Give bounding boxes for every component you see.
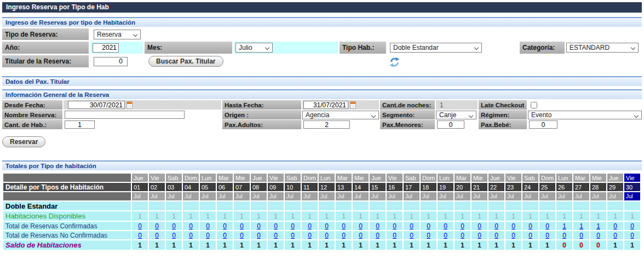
confirmed-count-link[interactable]: 1 (579, 222, 583, 230)
buscar-pax-titular-button[interactable]: Buscar Pax. Titular (148, 56, 223, 67)
month-cell: Jul (505, 192, 521, 200)
segmento-select[interactable]: Canje (436, 111, 476, 119)
regimen-select[interactable]: Evento (528, 111, 642, 119)
day-number-cell: 25 (539, 183, 555, 191)
unconfirmed-count-link[interactable]: 0 (528, 232, 532, 239)
confirmed-count-link[interactable]: 0 (359, 222, 363, 230)
room-type-row: Doble Estandar (3, 202, 640, 210)
nombre-reserva-input[interactable] (65, 111, 185, 119)
unconfirmed-count-link[interactable]: 0 (444, 232, 447, 239)
unconfirmed-count-link[interactable]: 0 (172, 232, 176, 239)
confirmed-count-link[interactable]: 0 (393, 222, 396, 230)
confirmed-count-link[interactable]: 0 (461, 222, 464, 230)
confirmed-count-link[interactable]: 0 (528, 222, 532, 230)
confirmed-count-link[interactable]: 0 (308, 222, 312, 230)
unconfirmed-count-link[interactable]: 0 (613, 232, 617, 239)
unconfirmed-count-link[interactable]: 0 (257, 232, 261, 239)
unconfirmed-count-link[interactable]: 0 (461, 232, 464, 239)
confirmed-count-link[interactable]: 0 (155, 222, 159, 230)
unconfirmed-count-link[interactable]: 0 (274, 232, 278, 239)
unconfirmed-count-link[interactable]: 0 (596, 232, 600, 239)
room-type-spacer-cell (370, 202, 386, 210)
pax-menores-input[interactable] (437, 120, 464, 129)
pax-adultos-input[interactable] (303, 120, 350, 129)
titular-input[interactable] (94, 57, 128, 66)
unconfirmed-count-link[interactable]: 0 (138, 232, 142, 239)
unconfirmed-count-link[interactable]: 0 (308, 232, 312, 239)
unconfirmed-count-link[interactable]: 0 (511, 232, 515, 239)
unconfirmed-count-link[interactable]: 0 (427, 232, 430, 239)
tipo-reserva-select[interactable]: Reserva (94, 30, 141, 39)
disponibles-value-cell: 1 (166, 211, 182, 221)
tipo-hab-select[interactable]: Doble Estandar (390, 43, 482, 53)
unconfirmed-count-link[interactable]: 0 (189, 232, 193, 239)
categoria-select[interactable]: ESTANDARD (566, 43, 639, 53)
unconfirmed-count-link[interactable]: 0 (359, 232, 363, 239)
unconfirmed-count-link[interactable]: 0 (478, 232, 481, 239)
unconfirmed-count-link[interactable]: 0 (393, 232, 396, 239)
weekday-cell: Mie (590, 174, 606, 182)
confirmed-count-link[interactable]: 0 (613, 222, 617, 230)
unconfirmed-count-link[interactable]: 0 (495, 232, 498, 239)
unconfirmed-count-link[interactable]: 0 (562, 232, 566, 239)
unconfirmed-count-link[interactable]: 0 (240, 232, 244, 239)
unconfirmed-count-link[interactable]: 0 (291, 232, 295, 239)
saldo-value-cell: 1 (404, 240, 419, 250)
confirmed-count-link[interactable]: 0 (444, 222, 447, 230)
confirmed-count-link[interactable]: 0 (223, 222, 227, 230)
late-checkout-checkbox[interactable] (531, 102, 537, 108)
origen-select[interactable]: Agencia (302, 111, 379, 119)
confirmed-count-link[interactable]: 0 (478, 222, 481, 230)
unconfirmed-count-link[interactable]: 0 (410, 232, 413, 239)
unconfirmed-count-link[interactable]: 0 (223, 232, 227, 239)
weekday-cell: Vie (149, 174, 165, 182)
no-confirmadas-value-cell: 0 (302, 231, 318, 239)
confirmed-count-link[interactable]: 0 (427, 222, 430, 230)
pax-bebe-input[interactable] (529, 120, 557, 129)
unconfirmed-count-link[interactable]: 0 (376, 232, 380, 239)
confirmed-count-link[interactable]: 0 (342, 222, 346, 230)
confirmed-count-link[interactable]: 0 (206, 222, 210, 230)
unconfirmed-count-link[interactable]: 0 (545, 232, 549, 239)
disponibles-value-cell: 1 (268, 211, 284, 221)
confirmed-count-link[interactable]: 0 (376, 222, 380, 230)
segmento-label: Segmento: (380, 110, 435, 119)
desde-fecha-input[interactable] (68, 101, 125, 109)
refresh-icon[interactable] (389, 56, 400, 68)
confirmed-count-link[interactable]: 0 (189, 222, 193, 230)
mes-select[interactable]: Julio (235, 43, 273, 53)
confirmed-count-link[interactable]: 1 (596, 222, 600, 230)
day-number-cell: 20 (455, 183, 470, 191)
unconfirmed-count-link[interactable]: 0 (579, 232, 583, 239)
cant-hab-input[interactable] (65, 120, 95, 129)
unconfirmed-count-link[interactable]: 0 (630, 232, 634, 239)
confirmed-count-link[interactable]: 0 (410, 222, 413, 230)
confirmed-count-link[interactable]: 0 (274, 222, 278, 230)
confirmed-count-link[interactable]: 0 (138, 222, 142, 230)
mes-selected: Julio (239, 44, 252, 51)
hasta-fecha-input[interactable] (303, 101, 348, 109)
unconfirmed-count-link[interactable]: 0 (206, 232, 210, 239)
unconfirmed-count-link[interactable]: 0 (342, 232, 346, 239)
confirmed-count-link[interactable]: 0 (325, 222, 329, 230)
confirmed-count-link[interactable]: 0 (511, 222, 515, 230)
confirmed-count-link[interactable]: 0 (545, 222, 549, 230)
origen-selected: Agencia (306, 111, 329, 119)
weekday-cell: Jue (132, 174, 148, 182)
unconfirmed-count-link[interactable]: 0 (155, 232, 159, 239)
anio-input[interactable] (93, 43, 119, 53)
desde-calendar-icon[interactable] (127, 101, 133, 108)
confirmed-count-link[interactable]: 0 (630, 222, 634, 230)
weekday-cell: Vie (387, 174, 403, 182)
confirmed-count-link[interactable]: 0 (172, 222, 176, 230)
confirmed-count-link[interactable]: 0 (495, 222, 498, 230)
confirmed-count-link[interactable]: 1 (562, 222, 566, 230)
confirmed-count-link[interactable]: 0 (257, 222, 261, 230)
confirmed-count-link[interactable]: 0 (291, 222, 295, 230)
reservar-button[interactable]: Reservar (2, 136, 45, 147)
unconfirmed-count-link[interactable]: 0 (325, 232, 329, 239)
confirmed-count-link[interactable]: 0 (240, 222, 244, 230)
day-number-cell: 01 (132, 183, 148, 191)
weekday-cell: Lun (438, 174, 453, 182)
hasta-calendar-icon[interactable] (350, 101, 356, 108)
